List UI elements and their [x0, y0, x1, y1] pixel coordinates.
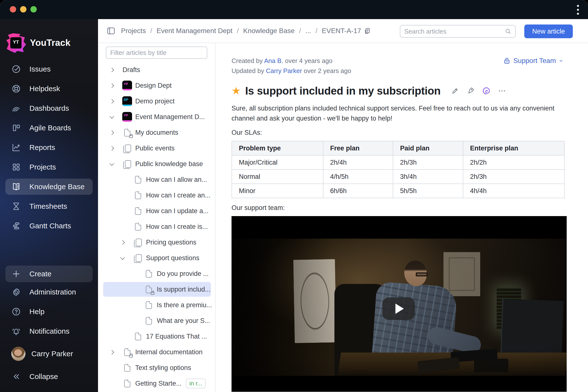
chevron-down-icon[interactable] [110, 161, 114, 166]
gantt-charts-icon [11, 221, 21, 231]
breadcrumb: Projects/ Event Management Dept/ Knowled… [121, 27, 370, 35]
tree-item-how-can-i-allow[interactable]: How can I allow an... [98, 172, 215, 188]
search-articles-box [400, 25, 516, 38]
chevron-down-icon[interactable] [110, 114, 114, 118]
projects-icon [11, 162, 21, 172]
tree-item-17-equations[interactable]: 17 Equations That ... [98, 328, 215, 344]
tree-item-is-there-a-premium[interactable]: Is there a premiu... [98, 297, 215, 313]
tree-item-my-documents[interactable]: My documents [98, 125, 215, 140]
zoom-window-button[interactable] [30, 6, 37, 12]
chevron-right-icon[interactable] [110, 130, 114, 135]
tree-item-do-you-provide[interactable]: Do you provide ... [98, 266, 215, 282]
main-content: Projects/ Event Management Dept/ Knowled… [98, 19, 588, 392]
collapse-icon [11, 372, 21, 382]
tree-item-drafts[interactable]: Drafts [98, 62, 215, 78]
tree-item-public-events[interactable]: Public events [98, 140, 215, 156]
toggle-panel-icon[interactable] [107, 27, 115, 34]
window-titlebar [0, 0, 588, 19]
tree-item-public-knowledge-base[interactable]: Public knowledge base [98, 156, 215, 172]
tree-item-how-can-i-update[interactable]: How can I update a... [98, 203, 215, 219]
create-button[interactable]: Create [6, 266, 92, 282]
tree-item-is-support-included[interactable]: Is support includ... [98, 282, 215, 297]
column-header: Problem type [232, 141, 323, 155]
chevron-right-icon[interactable] [120, 240, 125, 244]
chevron-right-icon[interactable] [110, 99, 114, 104]
tag-icon [467, 87, 474, 95]
sidebar-item-agile-boards[interactable]: Agile Boards [0, 118, 98, 138]
app-title: YouTrack [30, 38, 70, 48]
breadcrumb-projects[interactable]: Projects [121, 27, 146, 35]
lock-icon [129, 355, 133, 358]
chevron-right-icon[interactable] [110, 83, 114, 88]
tree-item-support-questions[interactable]: Support questions [98, 250, 215, 266]
sidebar-item-issues[interactable]: Issues [0, 59, 98, 79]
article-title: Is support included in my subscription [245, 85, 441, 97]
breadcrumb-knowledge-base[interactable]: Knowledge Base [243, 27, 294, 35]
copy-id-icon[interactable] [364, 28, 370, 34]
video-player[interactable] [232, 216, 567, 392]
visibility-dropdown[interactable]: Support Team [504, 57, 567, 65]
sidebar-item-administration[interactable]: Administration [0, 282, 98, 302]
sla-table: Problem type Free plan Paid plan Enterpr… [232, 141, 565, 198]
tree-item-internal-documentation[interactable]: Internal documentation [98, 344, 215, 360]
minimize-window-button[interactable] [20, 6, 26, 12]
sidebar-item-dashboards[interactable]: Dashboards [0, 98, 98, 118]
created-author-link[interactable]: Ana B. [264, 57, 283, 64]
created-line: Created by Ana B. over 4 years ago [232, 56, 351, 66]
tags-button[interactable] [466, 87, 475, 95]
sidebar-item-help[interactable]: Help [0, 302, 98, 322]
breadcrumb-event-management-dept[interactable]: Event Management Dept [156, 27, 232, 35]
breadcrumb-article-id[interactable]: EVENT-A-17 [322, 27, 361, 35]
chevron-down-icon [558, 58, 564, 64]
sidebar-item-projects[interactable]: Projects [0, 157, 98, 177]
chevron-right-icon[interactable] [110, 350, 114, 354]
table-row: Major/Critical2h/4h2h/3h2h/2h [232, 155, 564, 170]
tree-item-how-can-i-create-is[interactable]: How can I create is... [98, 219, 215, 234]
tree-item-what-are-your[interactable]: What are your S... [98, 313, 215, 328]
youtrack-logo[interactable]: YT YouTrack [6, 33, 70, 53]
sidebar-item-notifications[interactable]: Notifications [0, 322, 98, 341]
chevron-right-icon[interactable] [110, 68, 114, 72]
filter-articles-input[interactable] [106, 49, 207, 56]
document-icon [124, 380, 130, 387]
chevron-right-icon[interactable] [110, 146, 114, 150]
article-tree-panel: Drafts YP Design Dept DP Demo project [98, 43, 216, 392]
sidebar-item-reports[interactable]: Reports [0, 138, 98, 157]
new-article-button[interactable]: New article [524, 24, 573, 38]
tree-item-design-dept[interactable]: YP Design Dept [98, 78, 215, 93]
edit-article-button[interactable] [451, 87, 459, 95]
help-icon [11, 307, 21, 316]
tree-item-pricing-questions[interactable]: Pricing questions [98, 234, 215, 250]
play-button[interactable] [382, 298, 415, 320]
favorite-star-icon[interactable]: ★ [232, 86, 241, 96]
sidebar-item-timesheets[interactable]: Timesheets [0, 196, 98, 216]
updated-author-link[interactable]: Carry Parker [266, 67, 302, 74]
tree-item-getting-started[interactable]: Getting Starte... in r... [98, 376, 215, 391]
sidebar-item-helpdesk[interactable]: Helpdesk [0, 79, 98, 98]
document-icon [135, 223, 141, 230]
more-actions-button[interactable] [498, 87, 506, 95]
browser-menu-icon[interactable] [575, 4, 581, 15]
table-row: Minor6h/6h5h/5h4h/4h [232, 184, 564, 198]
article-meta: Created by Ana B. over 4 years ago Updat… [232, 56, 351, 76]
tree-item-text-styling-options[interactable]: Text styling options [98, 360, 215, 376]
close-window-button[interactable] [10, 6, 16, 12]
gear-icon [11, 287, 21, 297]
collapse-sidebar-button[interactable]: Collapse [0, 366, 98, 386]
sidebar-item-gantt-charts[interactable]: Gantt Charts [0, 216, 98, 236]
documents-stack-icon [125, 160, 131, 168]
search-input[interactable] [400, 28, 505, 35]
article-paragraph: Sure, all subscription plans included te… [232, 104, 558, 124]
tree-item-how-can-i-create-an[interactable]: How can I create an... [98, 188, 215, 203]
ai-assistant-button[interactable] [482, 87, 490, 95]
chevron-down-icon[interactable] [120, 255, 125, 260]
user-menu[interactable]: Carry Parker [0, 341, 98, 366]
ellipsis-icon [498, 87, 506, 95]
breadcrumb-ellipsis[interactable]: ... [305, 27, 311, 35]
tree-item-event-management-dept[interactable]: YP Event Management D... [98, 109, 215, 125]
lock-icon [151, 292, 154, 295]
avatar [11, 347, 26, 361]
lock-icon [129, 135, 133, 138]
tree-item-demo-project[interactable]: DP Demo project [98, 93, 215, 109]
sidebar-item-knowledge-base[interactable]: Knowledge Base [0, 177, 98, 196]
